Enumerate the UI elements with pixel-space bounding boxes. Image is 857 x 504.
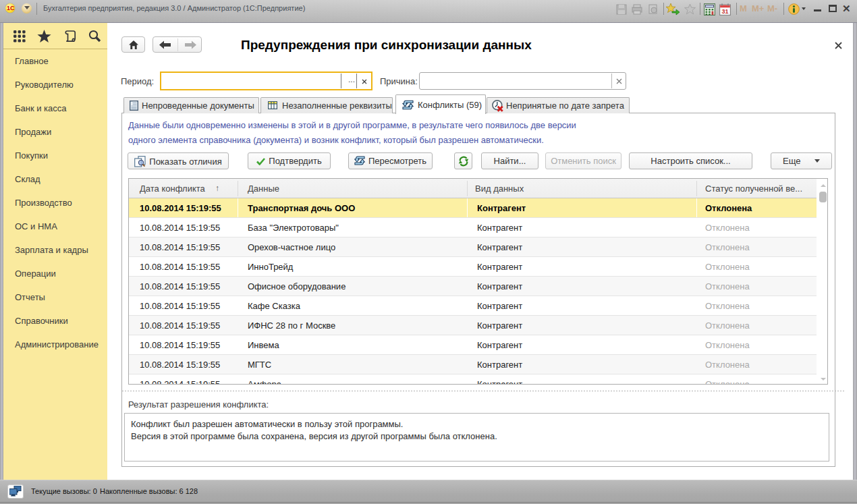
svg-text:31: 31 <box>721 8 728 15</box>
